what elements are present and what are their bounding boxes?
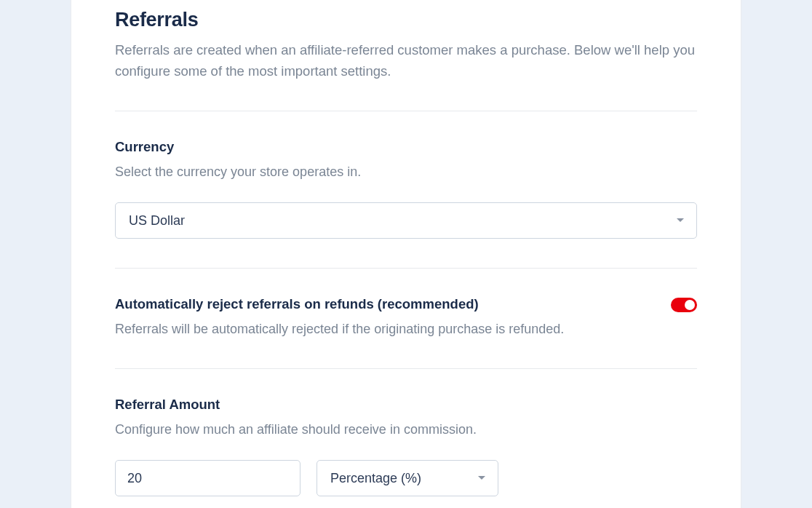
currency-section: Currency Select the currency your store … <box>115 111 697 239</box>
currency-label: Currency <box>115 139 697 155</box>
referral-amount-input[interactable] <box>115 460 300 496</box>
toggle-knob <box>685 300 695 310</box>
referral-amount-section: Referral Amount Configure how much an af… <box>115 369 697 496</box>
auto-reject-toggle[interactable] <box>671 298 697 312</box>
currency-select-value: US Dollar <box>129 213 185 229</box>
referral-type-value: Percentage (%) <box>330 471 421 486</box>
auto-reject-desc: Referrals will be automatically rejected… <box>115 320 653 339</box>
currency-select[interactable]: US Dollar <box>115 202 697 239</box>
referral-type-select-wrap: Percentage (%) <box>317 460 498 496</box>
referral-type-select[interactable]: Percentage (%) <box>317 460 498 496</box>
auto-reject-text: Automatically reject referrals on refund… <box>115 296 671 339</box>
auto-reject-label: Automatically reject referrals on refund… <box>115 296 653 312</box>
referral-amount-row: Percentage (%) <box>115 460 697 496</box>
referral-amount-desc: Configure how much an affiliate should r… <box>115 420 697 440</box>
page-title: Referrals <box>115 0 697 31</box>
settings-card: Referrals Referrals are created when an … <box>71 0 741 508</box>
referral-amount-label: Referral Amount <box>115 397 697 413</box>
auto-reject-section: Automatically reject referrals on refund… <box>115 269 697 339</box>
currency-select-wrap: US Dollar <box>115 202 697 239</box>
currency-desc: Select the currency your store operates … <box>115 162 697 182</box>
page-subtitle: Referrals are created when an affiliate-… <box>115 40 697 82</box>
